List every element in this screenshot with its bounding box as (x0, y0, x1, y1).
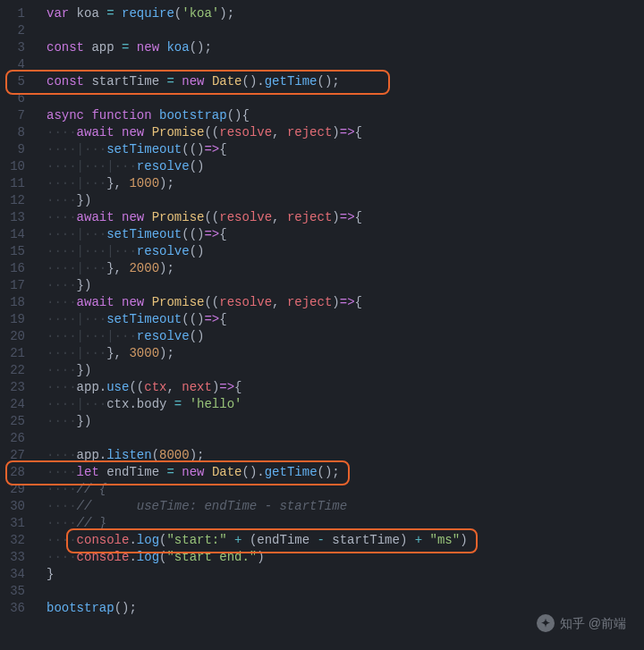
line-number: 25 (0, 413, 25, 430)
code-line[interactable]: ····|···}, 2000); (47, 260, 644, 277)
code-line[interactable]: ····|···}, 3000); (47, 345, 644, 362)
line-number: 10 (0, 158, 25, 175)
line-number: 8 (0, 124, 25, 141)
line-number: 5 (0, 73, 25, 90)
line-number: 23 (0, 379, 25, 396)
code-line[interactable]: const app = new koa(); (47, 39, 644, 56)
line-number: 35 (0, 583, 25, 600)
code-line[interactable]: ····await new Promise((resolve, reject)=… (47, 124, 644, 141)
line-number: 15 (0, 243, 25, 260)
code-line[interactable] (47, 90, 644, 107)
line-number-gutter: 1234567891011121314151617181920212223242… (0, 0, 36, 650)
line-number: 22 (0, 362, 25, 379)
code-line[interactable]: ····}) (47, 413, 644, 430)
code-editor[interactable]: 1234567891011121314151617181920212223242… (0, 0, 644, 650)
code-area[interactable]: var koa = require('koa');const app = new… (36, 0, 644, 650)
code-line[interactable]: ····let endTime = new Date().getTime(); (47, 464, 644, 481)
watermark-text: 知乎 @前端 (560, 615, 626, 632)
line-number: 36 (0, 600, 25, 617)
code-line[interactable]: ····console.log("start end.") (47, 549, 644, 566)
line-number: 17 (0, 277, 25, 294)
code-line[interactable] (47, 56, 644, 73)
code-line[interactable]: ····|···|···resolve() (47, 243, 644, 260)
code-line[interactable]: ····// } (47, 515, 644, 532)
line-number: 3 (0, 39, 25, 56)
line-number: 14 (0, 226, 25, 243)
code-line[interactable]: ····await new Promise((resolve, reject)=… (47, 209, 644, 226)
line-number: 19 (0, 311, 25, 328)
code-line[interactable]: ····|···setTimeout(()=>{ (47, 141, 644, 158)
line-number: 16 (0, 260, 25, 277)
code-line[interactable]: ····// { (47, 481, 644, 498)
line-number: 20 (0, 328, 25, 345)
wechat-icon: ✦ (537, 614, 555, 632)
line-number: 4 (0, 56, 25, 73)
line-number: 2 (0, 22, 25, 39)
line-number: 11 (0, 175, 25, 192)
line-number: 7 (0, 107, 25, 124)
code-line[interactable]: ····|···|···resolve() (47, 158, 644, 175)
code-line[interactable]: ····}) (47, 192, 644, 209)
code-line[interactable]: async function bootstrap(){ (47, 107, 644, 124)
line-number: 13 (0, 209, 25, 226)
code-line[interactable]: ····}) (47, 362, 644, 379)
code-line[interactable]: ····await new Promise((resolve, reject)=… (47, 294, 644, 311)
code-line[interactable]: ····}) (47, 277, 644, 294)
line-number: 21 (0, 345, 25, 362)
line-number: 28 (0, 464, 25, 481)
code-line[interactable]: ····|···setTimeout(()=>{ (47, 311, 644, 328)
line-number: 27 (0, 447, 25, 464)
line-number: 30 (0, 498, 25, 515)
line-number: 32 (0, 532, 25, 549)
code-line[interactable] (47, 22, 644, 39)
code-line[interactable] (47, 430, 644, 447)
line-number: 12 (0, 192, 25, 209)
code-line[interactable]: ····|···}, 1000); (47, 175, 644, 192)
line-number: 34 (0, 566, 25, 583)
code-line[interactable]: const startTime = new Date().getTime(); (47, 73, 644, 90)
line-number: 24 (0, 396, 25, 413)
watermark: ✦ 知乎 @前端 (537, 614, 626, 632)
line-number: 31 (0, 515, 25, 532)
line-number: 29 (0, 481, 25, 498)
code-line[interactable]: } (47, 566, 644, 583)
code-line[interactable]: ····app.use((ctx, next)=>{ (47, 379, 644, 396)
code-line[interactable]: ····app.listen(8000); (47, 447, 644, 464)
line-number: 26 (0, 430, 25, 447)
line-number: 33 (0, 549, 25, 566)
code-line[interactable]: ····console.log("start:" + (endTime - st… (47, 532, 644, 549)
line-number: 9 (0, 141, 25, 158)
code-line[interactable]: ····// useTime: endTime - startTime (47, 498, 644, 515)
code-line[interactable]: ····|···setTimeout(()=>{ (47, 226, 644, 243)
code-line[interactable]: ····|···|···resolve() (47, 328, 644, 345)
code-line[interactable] (47, 583, 644, 600)
code-line[interactable]: ····|···ctx.body = 'hello' (47, 396, 644, 413)
code-line[interactable]: var koa = require('koa'); (47, 5, 644, 22)
line-number: 6 (0, 90, 25, 107)
line-number: 18 (0, 294, 25, 311)
line-number: 1 (0, 5, 25, 22)
